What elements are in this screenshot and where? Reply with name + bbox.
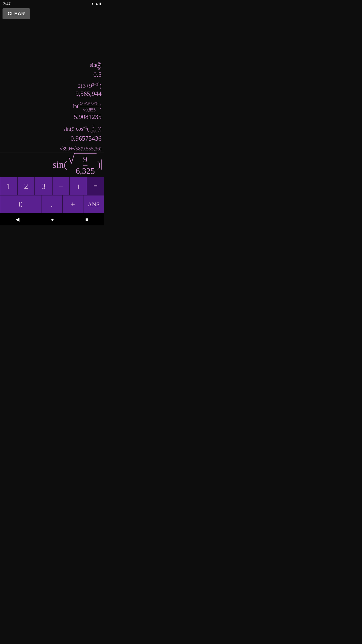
status-time: 7:47 (3, 2, 11, 6)
history-entry: sin(π6) 0.5 (3, 60, 102, 79)
result-1: 0.5 (3, 71, 102, 78)
expr-1: sin(π6) (3, 60, 102, 71)
cursor (101, 159, 102, 170)
keyboard: 1 2 3 − i = 0 . + ANS (0, 177, 104, 213)
expr-suffix: ) (97, 159, 101, 170)
expr-2: 2(3+93+22) (3, 82, 102, 90)
key-row-1: 1 2 3 − i = (0, 177, 104, 195)
signal-icon: ▲ (95, 2, 98, 6)
key-ans[interactable]: ANS (83, 195, 104, 213)
key-0[interactable]: 0 (0, 195, 41, 213)
home-button[interactable]: ● (51, 217, 54, 222)
expr-3: ln( 56×30e×8 √9,855 ) (3, 101, 102, 113)
key-2[interactable]: 2 (17, 177, 35, 195)
key-3[interactable]: 3 (35, 177, 52, 195)
nav-bar: ◀ ● ■ (0, 213, 104, 225)
result-2: 9,565,944 (3, 90, 102, 98)
clear-button[interactable]: CLEAR (3, 8, 30, 19)
expr-prefix: sin( (53, 159, 67, 170)
key-minus[interactable]: − (52, 177, 70, 195)
result-3: 5.9081235 (3, 113, 102, 121)
fraction-numerator: 9 (83, 155, 87, 165)
history-entry: 2(3+93+22) 9,565,944 (3, 82, 102, 97)
fraction-denominator: 6,325 (76, 166, 95, 176)
battery-icon: ▮ (99, 2, 101, 6)
partial-expression: √399+√58(9.555,36) (0, 145, 104, 152)
key-plus[interactable]: + (62, 195, 83, 213)
key-equals[interactable]: = (87, 177, 104, 195)
sqrt-wrapper: √ 9 6,325 (68, 153, 97, 176)
key-row-2: 0 . + ANS (0, 195, 104, 213)
wifi-icon: ▼ (91, 2, 94, 6)
status-bar: 7:47 ▼ ▲ ▮ (0, 0, 104, 7)
current-fraction: 9 6,325 (76, 155, 95, 176)
history-entry: sin(9 cos−1( 3 √66 )) -0.96575436 (3, 124, 102, 143)
expr-4: sin(9 cos−1( 3 √66 )) (3, 124, 102, 135)
result-4: -0.96575436 (3, 135, 102, 142)
current-input: sin( √ 9 6,325 ) (0, 152, 104, 177)
sqrt-content: 9 6,325 (74, 153, 97, 176)
history-area: sin(π6) 0.5 2(3+93+22) 9,565,944 ln( 56×… (0, 21, 104, 145)
back-button[interactable]: ◀ (16, 216, 19, 222)
recent-button[interactable]: ■ (85, 217, 88, 222)
current-expression: sin( √ 9 6,325 ) (3, 153, 102, 176)
header: CLEAR (0, 7, 104, 21)
key-dot[interactable]: . (41, 195, 62, 213)
status-icons: ▼ ▲ ▮ (91, 2, 101, 6)
key-1[interactable]: 1 (0, 177, 17, 195)
key-i[interactable]: i (70, 177, 87, 195)
history-entry: ln( 56×30e×8 √9,855 ) 5.9081235 (3, 101, 102, 121)
